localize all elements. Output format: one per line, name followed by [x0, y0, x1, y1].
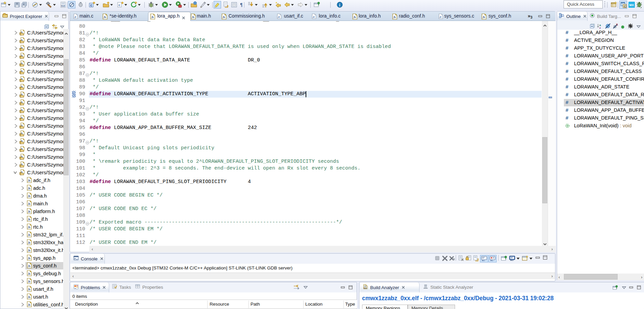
svg-text:.h: .h [191, 15, 194, 19]
svg-text:.h: .h [27, 272, 30, 276]
svg-text:C: C [624, 5, 626, 8]
svg-text:.h: .h [27, 264, 30, 268]
svg-text:.h: .h [151, 15, 154, 19]
svg-text:c: c [90, 3, 92, 7]
svg-text:.h: .h [27, 303, 30, 307]
svg-text:MX: MX [629, 3, 634, 7]
svg-text:.h: .h [27, 256, 30, 260]
svg-text:.h: .h [27, 179, 30, 182]
svg-text:.h: .h [222, 15, 225, 19]
svg-text:.h: .h [27, 225, 30, 229]
svg-text:.h: .h [27, 217, 30, 221]
svg-text:.h: .h [103, 15, 106, 19]
svg-text:.h: .h [27, 202, 30, 206]
svg-text:.h: .h [27, 249, 30, 252]
svg-text:.h: .h [27, 241, 30, 244]
svg-text:.h: .h [482, 15, 485, 19]
svg-text:.h: .h [27, 233, 30, 237]
svg-text:.h: .h [393, 15, 396, 19]
svg-text:c: c [119, 3, 120, 7]
svg-text:010: 010 [61, 5, 65, 7]
svg-text:.h: .h [27, 295, 30, 299]
svg-text:.h: .h [27, 287, 30, 291]
svg-text:.h: .h [27, 280, 30, 283]
svg-text:.c: .c [312, 15, 315, 19]
svg-text:¶: ¶ [240, 2, 243, 7]
svg-text:010: 010 [364, 287, 367, 289]
svg-text:.c: .c [74, 15, 76, 19]
svg-text:.c: .c [278, 15, 280, 19]
svg-text:z: z [599, 26, 601, 29]
svg-text:.h: .h [27, 186, 30, 190]
svg-text:.h: .h [353, 15, 356, 19]
svg-text:.h: .h [27, 210, 30, 213]
svg-text:.c: .c [439, 15, 442, 19]
svg-text:.h: .h [27, 194, 30, 198]
